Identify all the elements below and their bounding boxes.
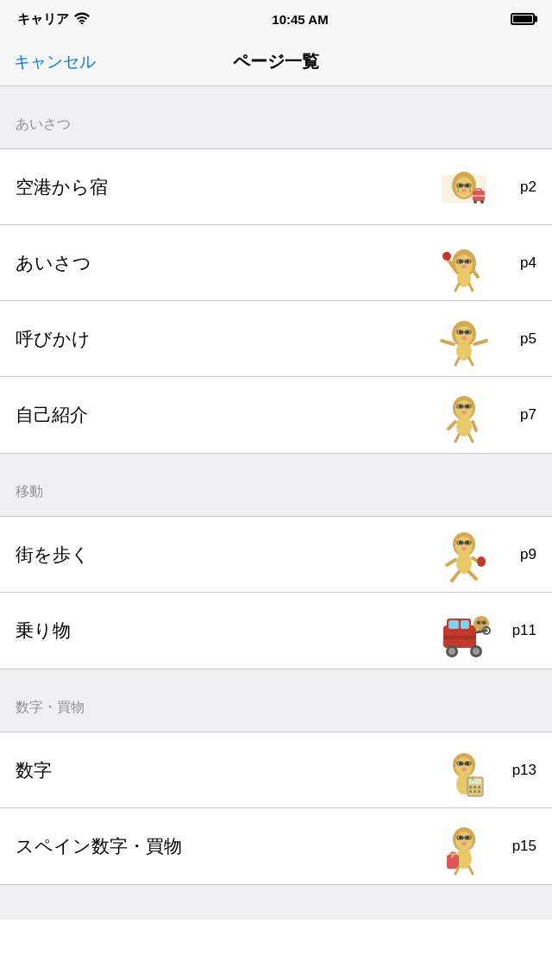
- svg-point-125: [461, 842, 467, 845]
- item-page-walk: p9: [502, 546, 536, 563]
- svg-line-62: [473, 422, 476, 430]
- svg-rect-115: [469, 790, 472, 793]
- svg-line-63: [455, 435, 459, 442]
- item-image-call: [433, 308, 495, 370]
- svg-point-105: [461, 768, 467, 771]
- item-page-selfintro: p7: [502, 406, 536, 424]
- item-page-shopping: p15: [502, 838, 536, 855]
- svg-rect-84: [461, 620, 469, 629]
- list-item[interactable]: あいさつ: [0, 225, 552, 301]
- status-time: 10:45 AM: [272, 12, 328, 27]
- item-page-vehicle: p11: [502, 622, 536, 639]
- section-header-aisatsu: あいさつ: [0, 100, 552, 148]
- item-image-selfintro: [433, 384, 495, 446]
- status-bar: キャリア 10:45 AM: [0, 0, 552, 38]
- page-title: ページ一覧: [233, 50, 319, 73]
- svg-point-122: [455, 832, 473, 851]
- item-page-airport: p2: [502, 179, 536, 196]
- item-image-vehicle: [433, 600, 495, 662]
- svg-line-46: [474, 341, 486, 344]
- top-spacer: [0, 86, 552, 100]
- item-label-vehicle: 乗り物: [16, 619, 433, 643]
- svg-point-0: [81, 22, 84, 24]
- status-left: キャリア: [17, 11, 90, 28]
- svg-rect-83: [448, 620, 459, 629]
- cancel-button[interactable]: キャンセル: [14, 51, 96, 73]
- item-label-call: 呼びかけ: [16, 327, 433, 351]
- battery-icon: [511, 13, 535, 25]
- svg-rect-113: [474, 786, 476, 788]
- svg-point-60: [456, 416, 472, 437]
- svg-point-89: [473, 648, 480, 655]
- svg-point-8: [461, 189, 467, 192]
- section-body-ido: 街を歩く: [0, 516, 552, 669]
- svg-line-48: [455, 358, 459, 365]
- svg-point-25: [461, 265, 467, 268]
- list-item[interactable]: 街を歩く: [0, 517, 552, 593]
- list-item[interactable]: スペイン数字・買物: [0, 808, 552, 884]
- svg-point-18: [480, 200, 484, 204]
- item-page-numbers: p13: [502, 762, 536, 779]
- svg-rect-111: [469, 779, 481, 784]
- bottom-spacer: [0, 885, 552, 920]
- svg-line-133: [469, 867, 473, 874]
- svg-rect-117: [478, 790, 480, 793]
- item-label-selfintro: 自己紹介: [16, 403, 433, 427]
- svg-point-80: [477, 556, 486, 567]
- svg-line-76: [447, 560, 455, 565]
- svg-point-17: [474, 200, 477, 204]
- svg-line-45: [442, 341, 454, 344]
- carrier-text: キャリア: [17, 11, 69, 28]
- item-image-numbers: [433, 739, 495, 801]
- item-page-greeting: p4: [502, 254, 536, 272]
- svg-rect-112: [469, 786, 472, 788]
- list-item[interactable]: 数字: [0, 732, 552, 808]
- svg-point-87: [448, 648, 455, 655]
- svg-point-102: [455, 757, 473, 776]
- svg-line-30: [473, 270, 478, 277]
- svg-point-71: [461, 547, 467, 550]
- nav-bar: キャンセル ページ一覧: [0, 38, 552, 86]
- item-image-greeting: [433, 232, 495, 294]
- spacer-3: [0, 669, 552, 683]
- item-label-numbers: 数字: [16, 758, 433, 782]
- svg-point-68: [455, 537, 473, 556]
- list-item[interactable]: 自己紹介: [0, 377, 552, 453]
- svg-point-41: [461, 336, 467, 340]
- item-label-shopping: スペイン数字・買物: [16, 834, 433, 858]
- item-label-airport: 空港から宿: [16, 175, 433, 199]
- spacer-2: [0, 454, 552, 468]
- svg-rect-114: [478, 786, 480, 788]
- section-body-kaimono: 数字: [0, 732, 552, 885]
- svg-line-79: [469, 572, 476, 579]
- svg-line-64: [469, 435, 473, 442]
- svg-line-61: [448, 422, 455, 429]
- list-item[interactable]: 空港から宿: [0, 149, 552, 225]
- item-page-call: p5: [502, 330, 536, 348]
- item-label-greeting: あいさつ: [16, 251, 433, 275]
- section-ido: 移動 街を歩く: [0, 468, 552, 669]
- wifi-icon: [74, 12, 90, 27]
- svg-line-33: [469, 284, 473, 291]
- section-header-ido: 移動: [0, 468, 552, 516]
- svg-line-97: [476, 631, 486, 632]
- section-aisatsu: あいさつ 空港から宿: [0, 100, 552, 454]
- svg-line-32: [455, 284, 459, 291]
- svg-point-56: [461, 411, 467, 414]
- item-label-walk: 街を歩く: [16, 543, 433, 567]
- list-item[interactable]: 乗り物: [0, 593, 552, 669]
- list-item[interactable]: 呼びかけ: [0, 301, 552, 377]
- svg-rect-116: [474, 790, 476, 793]
- section-header-kaimono: 数字・買物: [0, 683, 552, 732]
- svg-line-78: [452, 572, 459, 581]
- section-body-aisatsu: 空港から宿: [0, 148, 552, 454]
- item-image-airport: [433, 156, 495, 218]
- svg-point-34: [442, 252, 451, 261]
- svg-rect-85: [443, 636, 476, 639]
- item-image-shopping: [433, 815, 495, 877]
- item-image-walk: [433, 524, 495, 586]
- section-kaimono: 数字・買物 数字: [0, 683, 552, 885]
- status-right: [511, 13, 535, 25]
- svg-line-49: [469, 358, 473, 365]
